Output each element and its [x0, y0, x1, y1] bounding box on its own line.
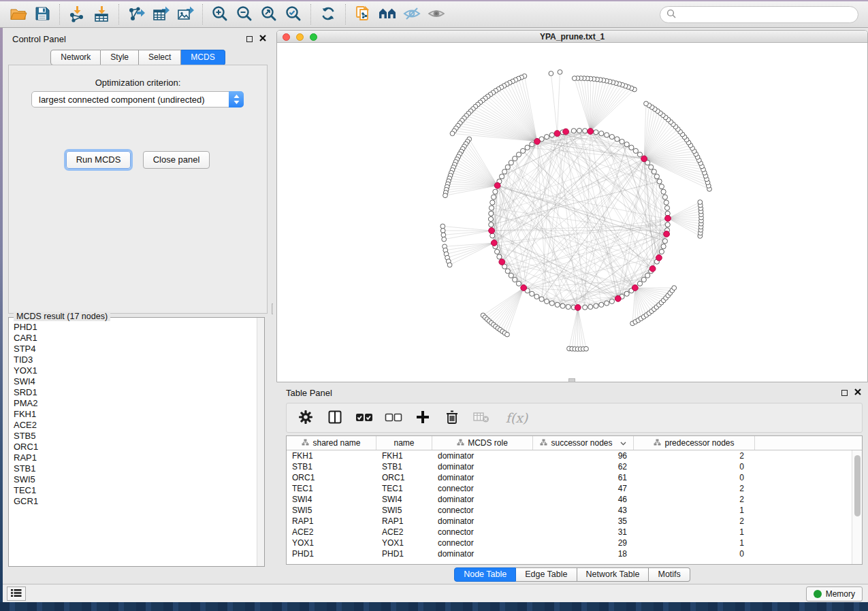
mcds-result-item[interactable]: ORC1 [14, 442, 257, 452]
table-row[interactable]: ORC1ORC1dominator610 [287, 472, 852, 483]
mcds-result-item[interactable]: STP4 [14, 344, 257, 354]
table-row[interactable]: STB1STB1dominator620 [287, 461, 852, 472]
zoom-selected-button[interactable] [281, 3, 306, 25]
save-button[interactable] [30, 3, 54, 25]
copy-network-button[interactable] [351, 3, 375, 25]
tab-style[interactable]: Style [101, 50, 139, 65]
export-network-button[interactable] [124, 3, 148, 25]
export-table-button[interactable] [148, 3, 173, 25]
network-graph[interactable] [277, 43, 867, 382]
shared-column-icon [302, 438, 309, 448]
network-window-title: YPA_prune.txt_1 [540, 32, 605, 42]
float-table-panel-icon[interactable] [841, 390, 848, 396]
column-header-name[interactable]: name [376, 436, 432, 450]
select-all-button[interactable] [355, 409, 373, 427]
run-mcds-button[interactable]: Run MCDS [66, 151, 131, 169]
mcds-result-item[interactable]: CAR1 [14, 333, 257, 344]
toolbar-separator [310, 4, 311, 24]
cell-MCDS-role: connector [432, 538, 533, 548]
table-row[interactable]: ACE2ACE2connector311 [287, 527, 852, 538]
mcds-result-item[interactable]: GCR1 [14, 496, 257, 507]
export-network-icon [127, 5, 146, 24]
column-header-predecessor-nodes[interactable]: predecessor nodes [634, 436, 755, 450]
table-scrollbar[interactable] [852, 450, 862, 564]
delete-column-button[interactable] [443, 409, 461, 427]
table-row[interactable]: SWI4SWI4dominator462 [287, 494, 852, 505]
column-header-successor-nodes[interactable]: successor nodes [533, 436, 634, 450]
cell-shared-name: ACE2 [287, 527, 376, 537]
first-neighbors-icon [378, 5, 397, 24]
float-panel-icon[interactable] [246, 36, 253, 42]
tab-node-table[interactable]: Node Table [454, 567, 516, 582]
zoom-fit-button[interactable] [257, 3, 281, 25]
mcds-result-item[interactable]: SWI5 [14, 474, 257, 485]
show-columns-button[interactable] [326, 409, 344, 427]
tab-network[interactable]: Network [50, 50, 101, 65]
show-all-button[interactable] [424, 3, 449, 25]
mcds-result-item[interactable]: STB5 [14, 431, 257, 442]
mcds-result-item[interactable]: ACE2 [14, 420, 257, 431]
mcds-result-item[interactable]: YOX1 [14, 365, 257, 376]
tab-edge-table[interactable]: Edge Table [516, 567, 577, 582]
cell-shared-name: STB1 [287, 462, 376, 472]
zoom-out-button[interactable] [232, 3, 257, 25]
tab-mcds[interactable]: MCDS [181, 50, 225, 65]
mcds-result-item[interactable]: STB1 [14, 463, 257, 474]
first-neighbors-button[interactable] [375, 3, 400, 25]
mcds-result-item[interactable]: FKH1 [14, 409, 257, 420]
task-history-button[interactable] [7, 587, 26, 601]
cell-predecessor-nodes: 2 [634, 516, 755, 526]
hide-selected-button[interactable] [400, 3, 424, 25]
optimization-criterion-dropdown[interactable]: largest connected component (undirected) [31, 91, 244, 108]
tab-select[interactable]: Select [139, 50, 181, 65]
close-table-panel-icon[interactable] [854, 388, 861, 397]
import-table-button[interactable] [89, 3, 114, 25]
import-network-button[interactable] [65, 3, 89, 25]
cell-MCDS-role: dominator [432, 451, 533, 461]
network-canvas[interactable] [277, 43, 867, 382]
close-window-icon[interactable] [283, 33, 290, 41]
shared-column-icon [540, 438, 547, 448]
open-button[interactable] [5, 3, 30, 25]
zoom-in-button[interactable] [208, 3, 232, 25]
add-column-button[interactable] [414, 409, 432, 427]
maximize-window-icon[interactable] [310, 33, 317, 41]
search-input[interactable] [677, 8, 858, 22]
table-row[interactable]: YOX1YOX1connector291 [287, 538, 852, 548]
mcds-result-item[interactable]: RAP1 [14, 452, 257, 463]
minimize-window-icon[interactable] [296, 33, 304, 41]
horizontal-splitter-handle[interactable] [568, 378, 575, 382]
column-header-shared-name[interactable]: shared name [287, 436, 376, 450]
table-row[interactable]: RAP1RAP1dominator352 [287, 516, 852, 527]
table-scrollbar-thumb[interactable] [854, 455, 861, 516]
memory-button[interactable]: Memory [806, 587, 863, 601]
mcds-result-item[interactable]: SRD1 [14, 387, 257, 398]
export-image-button[interactable] [173, 3, 197, 25]
node-table-body: FKH1FKH1dominator962STB1STB1dominator620… [287, 450, 852, 564]
list-icon [11, 589, 22, 599]
table-row[interactable]: TEC1TEC1connector472 [287, 483, 852, 494]
close-panel-icon[interactable] [259, 34, 266, 44]
table-row[interactable]: FKH1FKH1dominator962 [287, 450, 852, 461]
mcds-list-scrollbar[interactable] [257, 318, 264, 566]
tab-motifs[interactable]: Motifs [649, 567, 690, 582]
table-row[interactable]: SWI5SWI5connector431 [287, 505, 852, 516]
shared-column-icon [654, 438, 661, 448]
search-field[interactable] [660, 6, 858, 23]
mcds-result-item[interactable]: PHD1 [14, 322, 257, 333]
deselect-all-button[interactable] [385, 409, 402, 427]
table-row[interactable]: PHD1PHD1dominator180 [287, 548, 852, 559]
refresh-button[interactable] [316, 3, 340, 25]
cell-predecessor-nodes: 2 [634, 451, 755, 461]
close-panel-button[interactable]: Close panel [143, 151, 210, 169]
mcds-result-item[interactable]: PMA2 [14, 398, 257, 409]
tab-network-table[interactable]: Network Table [577, 567, 649, 582]
column-header-MCDS-role[interactable]: MCDS role [432, 436, 533, 450]
network-window-titlebar[interactable]: YPA_prune.txt_1 [277, 31, 867, 43]
table-options-button[interactable] [297, 409, 315, 427]
cell-MCDS-role: dominator [432, 462, 533, 472]
mcds-result-item[interactable]: TEC1 [14, 485, 257, 496]
mcds-result-item[interactable]: SWI4 [14, 376, 257, 387]
mcds-result-item[interactable]: TID3 [14, 354, 257, 365]
cell-name: RAP1 [376, 516, 432, 526]
